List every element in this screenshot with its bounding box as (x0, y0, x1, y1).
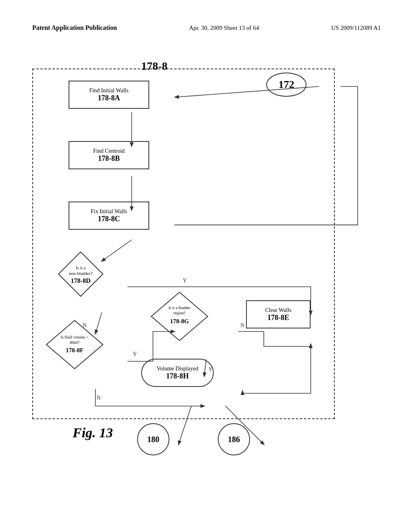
node-180-label: 180 (147, 435, 159, 444)
node-178-8a-text: Find Initial Walls (89, 87, 128, 94)
svg-text:178-8G: 178-8G (170, 318, 189, 324)
svg-text:Is it a bladder: Is it a bladder (169, 305, 191, 310)
publication-title: Patent Application Publication (32, 24, 117, 31)
node-186: 186 (218, 423, 250, 455)
node-178-8c-label: 178-8C (98, 215, 120, 223)
svg-text:178-8F: 178-8F (66, 347, 83, 353)
svg-text:non-bladder?: non-bladder? (69, 271, 92, 276)
node-186-label: 186 (228, 435, 240, 444)
node-178-8d: Is it a non-bladder? 178-8D (56, 250, 105, 298)
svg-marker-8 (151, 292, 208, 341)
node-178-8a-label: 178-8A (98, 94, 120, 102)
node-172-label: 172 (279, 79, 294, 91)
node-178-8f: Is fluid volume < 40ml? 178-8F (44, 318, 105, 371)
node-178-8h-label: 178-8H (166, 372, 189, 380)
svg-text:178-8D: 178-8D (71, 277, 91, 284)
node-178-8g: Is it a bladder region? 178-8G (149, 290, 210, 343)
svg-text:region?: region? (173, 311, 186, 315)
node-178-8a: Find Initial Walls 178-8A (69, 81, 149, 109)
svg-text:Is it a: Is it a (76, 265, 86, 270)
node-178-8e: Clear Walls 178-8E (246, 300, 311, 328)
node-178-8h: Volume Displayed 178-8H (141, 359, 214, 387)
node-178-8h-text: Volume Displayed (156, 366, 198, 372)
publication-number: US 2009/112089 A1 (331, 25, 381, 31)
node-180: 180 (137, 423, 169, 455)
svg-text:40ml?: 40ml? (70, 340, 80, 345)
figure-label: Fig. 13 (73, 425, 113, 441)
node-178-8e-text: Clear Walls (265, 307, 291, 314)
svg-marker-4 (46, 320, 103, 369)
node-178-8b-text: Find Centroid (93, 148, 125, 154)
node-178-8b: Find Centroid 178-8B (69, 141, 149, 169)
publication-date-sheet: Apr. 30, 2009 Sheet 13 of 64 (189, 25, 259, 31)
diagram-title: 178-8 (141, 60, 167, 73)
flowchart-diagram: 178-8 172 Find Initial Walls 178-8A Find… (32, 52, 389, 500)
node-178-8c: Fix Initial Walls 178-8C (69, 202, 149, 230)
node-172: 172 (266, 73, 307, 97)
node-178-8e-label: 178-8E (267, 314, 289, 322)
node-178-8b-label: 178-8B (98, 154, 120, 163)
node-178-8c-text: Fix Initial Walls (91, 208, 127, 215)
page-header: Patent Application Publication Apr. 30, … (0, 24, 413, 31)
svg-text:Is fluid volume <: Is fluid volume < (60, 335, 89, 339)
